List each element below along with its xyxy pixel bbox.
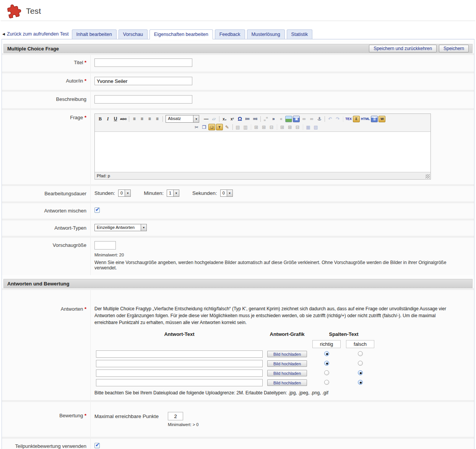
paragraph-format-select[interactable]: Absatz ▼ <box>166 115 199 123</box>
horizontal-rule-icon[interactable]: — <box>203 116 210 122</box>
answer-text-input[interactable] <box>96 350 263 358</box>
chevron-down-icon: ▼ <box>227 190 232 196</box>
special-character-icon[interactable]: Ω <box>236 116 243 122</box>
answer-text-input[interactable] <box>96 379 263 386</box>
underline-icon[interactable]: U <box>112 116 119 122</box>
radio-falsch[interactable] <box>358 370 363 375</box>
vorschaugroesse-input[interactable] <box>94 241 116 250</box>
titel-input[interactable] <box>94 58 192 67</box>
bold-icon[interactable]: B <box>97 116 104 122</box>
indent-icon[interactable]: » <box>270 116 277 122</box>
row-antworten-mischen: Antworten mischen <box>2 201 474 219</box>
teilpunkte-checkbox[interactable] <box>94 443 100 448</box>
tab-musterloesung[interactable]: Musterlösung <box>247 29 285 39</box>
align-center-icon[interactable]: ≡ <box>138 116 145 122</box>
editor-content-area[interactable] <box>95 131 431 172</box>
tab-feedback[interactable]: Feedback <box>215 29 245 39</box>
table-cell-properties-icon[interactable]: ▥ <box>242 124 249 130</box>
section-header-multiple-choice: Multiple Choice Frage Speichern und zurü… <box>3 44 473 53</box>
align-justify-icon[interactable]: ≡ <box>154 116 161 122</box>
italic-icon[interactable]: I <box>104 116 111 122</box>
tab-statistik[interactable]: Statistik <box>287 29 313 39</box>
frage-label: Frage <box>70 115 83 120</box>
upload-image-button[interactable]: Bild hochladen <box>267 370 307 376</box>
link-icon[interactable]: ∞ <box>301 116 307 122</box>
paste-text-icon[interactable]: T <box>216 124 223 130</box>
insert-table-icon[interactable]: ▦ <box>305 124 312 130</box>
cut-icon[interactable]: ✂ <box>193 124 200 130</box>
paste-latex-icon[interactable]: Σ <box>353 116 360 122</box>
subscript-icon[interactable]: x₂ <box>221 116 228 122</box>
blockquote-icon[interactable]: „“ <box>262 116 269 122</box>
copy-icon[interactable]: ❐ <box>201 124 208 130</box>
answer-text-input[interactable] <box>96 360 263 367</box>
rich-text-editor: BIUABC≡≡≡≡ Absatz ▼ —▱x₂x²Ω≔≕„“»«▣∞∞⚓↶↷T… <box>94 113 431 180</box>
antworten-label: Antworten <box>61 306 83 312</box>
delete-row-icon[interactable]: ⊟ <box>268 124 275 130</box>
anchor-icon[interactable]: ⚓ <box>316 116 323 122</box>
radio-richtig[interactable] <box>324 370 329 375</box>
outdent-icon[interactable]: « <box>278 116 284 122</box>
merge-cells-icon[interactable]: ▧ <box>312 124 319 130</box>
radio-richtig[interactable] <box>324 361 329 366</box>
undo-icon[interactable]: ↶ <box>327 116 333 122</box>
radio-richtig[interactable] <box>324 351 329 356</box>
delete-column-icon[interactable]: ⊟ <box>294 124 301 130</box>
radio-richtig[interactable] <box>324 380 329 385</box>
insert-row-after-icon[interactable]: ⊞ <box>260 124 267 130</box>
unlink-icon[interactable]: ∞ <box>308 116 315 122</box>
paste-word-icon[interactable]: W <box>379 116 385 122</box>
back-link[interactable]: ◀ Zurück zum aufrufenden Test <box>2 29 72 39</box>
radio-falsch[interactable] <box>358 380 363 385</box>
numbered-list-icon[interactable]: ≕ <box>252 116 258 122</box>
autor-input[interactable] <box>94 77 192 85</box>
insert-image-icon[interactable] <box>285 116 292 122</box>
tab-inhalt-bearbeiten[interactable]: Inhalt bearbeiten <box>72 29 117 39</box>
row-vorschaugroesse: Vorschaugröße Minimalwert: 20 Wenn Sie e… <box>2 236 474 275</box>
upload-image-button[interactable]: Bild hochladen <box>267 379 307 386</box>
align-left-icon[interactable]: ≡ <box>131 116 138 122</box>
remove-format-icon[interactable]: ▱ <box>210 116 217 122</box>
insert-row-before-icon[interactable]: ⊞ <box>253 124 260 130</box>
upload-image-button[interactable]: Bild hochladen <box>267 360 307 367</box>
edit-image-icon[interactable]: ✎ <box>224 124 231 130</box>
stunden-label: Stunden: <box>94 190 115 196</box>
beschreibung-input[interactable] <box>94 95 192 104</box>
upload-image-button[interactable]: Bild hochladen <box>267 351 307 357</box>
back-arrow-icon: ◀ <box>2 32 5 36</box>
row-antwort-typen: Antwort-Typen Einzeilige Antworten ▼ <box>2 219 474 236</box>
table-row-properties-icon[interactable]: ▤ <box>234 124 241 130</box>
row-bearbeitungsdauer: Bearbeitungsdauer Stunden: 0 ▼ Minuten: … <box>2 184 474 201</box>
teilpunkte-label: Teilpunktebewertung verwenden <box>15 443 86 449</box>
redo-icon[interactable]: ↷ <box>334 116 341 122</box>
sekunden-select[interactable]: 0 ▼ <box>220 190 233 197</box>
strikethrough-icon[interactable]: ABC <box>120 116 127 122</box>
insert-column-after-icon[interactable]: ⊞ <box>286 124 293 130</box>
page-header: Test <box>1 0 475 21</box>
row-titel: Titel * <box>2 53 474 71</box>
align-right-icon[interactable]: ≡ <box>146 116 153 122</box>
html-source-icon[interactable]: HTML <box>361 116 370 122</box>
bullet-list-icon[interactable]: ≔ <box>244 116 251 122</box>
antworten-mischen-checkbox[interactable] <box>94 207 100 213</box>
minuten-label: Minuten: <box>144 190 164 196</box>
image-properties-icon[interactable]: ▣ <box>293 116 300 122</box>
row-frage: Frage * BIUABC≡≡≡≡ Absatz ▼ <box>2 108 474 184</box>
answer-text-input[interactable] <box>96 370 263 377</box>
save-and-return-button[interactable]: Speichern und zurückkehren <box>369 45 437 52</box>
tab-vorschau[interactable]: Vorschau <box>119 29 148 39</box>
max-punkte-input[interactable] <box>168 412 183 420</box>
stunden-select[interactable]: 0 ▼ <box>118 190 131 197</box>
tex-icon[interactable]: TEX <box>345 116 352 122</box>
antwort-typen-select[interactable]: Einzeilige Antworten ▼ <box>94 224 147 231</box>
preview-icon[interactable]: ≣ <box>371 116 378 122</box>
paste-icon[interactable]: ❏ <box>208 124 215 130</box>
radio-falsch[interactable] <box>358 361 363 366</box>
radio-falsch[interactable] <box>358 351 363 356</box>
insert-column-before-icon[interactable]: ⊞ <box>279 124 286 130</box>
save-button[interactable]: Speichern <box>439 45 469 52</box>
superscript-icon[interactable]: x² <box>229 116 236 122</box>
minuten-select[interactable]: 1 ▼ <box>167 190 179 197</box>
back-link-label: Zurück zum aufrufenden Test <box>7 31 69 37</box>
tab-eigenschaften-bearbeiten[interactable]: Eigenschaften bearbeiten <box>149 29 213 39</box>
